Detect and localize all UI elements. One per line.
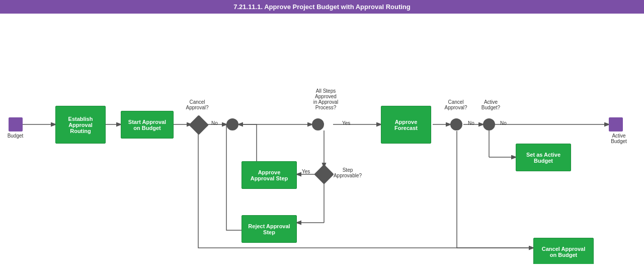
title-bar: 7.21.11.1. Approve Project Budget with A…	[0, 0, 644, 14]
circle-gate-1	[226, 118, 238, 130]
diagram-area: Budget Establish Approval Routing Start …	[0, 14, 644, 264]
circle-gate-4	[483, 118, 495, 130]
start-approval-box: Start Approval on Budget	[121, 111, 174, 139]
step-approvable-label: Step Approvable?	[330, 167, 365, 178]
reject-approval-step-label: Reject Approval Step	[248, 223, 290, 235]
circle-gate-3	[450, 118, 462, 130]
diagram-title: 7.21.11.1. Approve Project Budget with A…	[233, 3, 411, 11]
budget-start-label: Budget	[4, 133, 27, 139]
establish-approval-routing-label: Establish Approval Routing	[68, 116, 93, 134]
all-steps-approved-label: All Steps Approved in Approval Process?	[307, 88, 345, 110]
set-active-budget-box: Set as Active Budget	[516, 144, 571, 171]
approve-forecast-box: Approve Forecast	[381, 106, 431, 144]
cancel-approval-on-budget-label: Cancel Approval on Budget	[542, 246, 585, 258]
no-label-2: No	[468, 120, 474, 126]
circle-gate-2	[312, 118, 324, 130]
active-budget-end-label: Active Budget	[604, 133, 634, 144]
reject-approval-step-box: Reject Approval Step	[242, 215, 297, 243]
cancel-approval-label-1: Cancel Approval?	[182, 99, 212, 110]
cancel-approval-label-2: Cancel Approval?	[441, 99, 471, 110]
no-label-1: No	[211, 120, 218, 126]
no-label-3: No	[500, 120, 507, 126]
establish-approval-routing-box: Establish Approval Routing	[55, 106, 106, 144]
cancel-approval-on-budget-box: Cancel Approval on Budget	[533, 238, 594, 264]
approve-forecast-label: Approve Forecast	[394, 119, 418, 131]
set-active-budget-label: Set as Active Budget	[526, 152, 560, 164]
active-budget-end-event	[609, 117, 623, 131]
budget-start-event	[9, 117, 23, 131]
yes-label-2: Yes	[302, 169, 310, 174]
cancel-approval-diamond-1	[189, 115, 209, 135]
yes-label-1: Yes	[342, 120, 350, 126]
approve-approval-step-box: Approve Approval Step	[242, 161, 297, 189]
approve-approval-step-label: Approve Approval Step	[251, 169, 288, 181]
active-budget-q-label: Active Budget?	[477, 99, 505, 110]
start-approval-label: Start Approval on Budget	[128, 119, 166, 131]
